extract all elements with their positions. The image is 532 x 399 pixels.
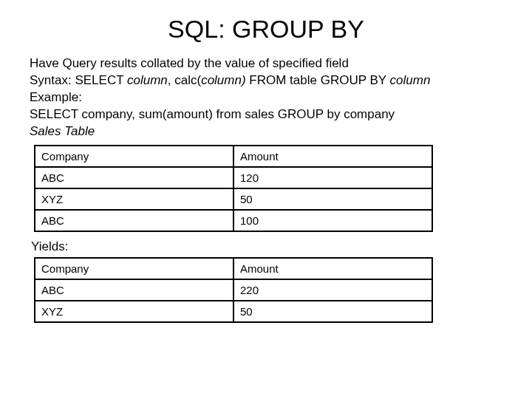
table-row: Company Amount: [35, 258, 432, 279]
syntax-mid-2: FROM table GROUP BY: [246, 73, 390, 87]
desc-line-4: SELECT company, sum(amount) from sales G…: [30, 106, 502, 123]
table-row: ABC 220: [35, 279, 432, 301]
table-cell: ABC: [35, 167, 233, 188]
table-row: Company Amount: [35, 146, 432, 167]
table-cell: XYZ: [35, 301, 233, 322]
syntax-mid-1: , calc(: [168, 73, 201, 87]
syntax-column-2: column): [201, 73, 245, 87]
desc-line-2: Syntax: SELECT column, calc(column) FROM…: [30, 72, 502, 89]
syntax-column-1: column: [127, 73, 168, 87]
table-row: ABC 100: [35, 210, 432, 231]
table-header-amount: Amount: [233, 258, 432, 279]
table-cell: ABC: [35, 279, 233, 301]
table-cell: 220: [233, 279, 432, 301]
sales-table: Company Amount ABC 120 XYZ 50 ABC 100: [34, 145, 433, 232]
yields-label: Yields:: [31, 239, 502, 254]
description-block: Have Query results collated by the value…: [30, 55, 502, 140]
syntax-column-3: column: [390, 73, 431, 87]
table-cell: XYZ: [35, 188, 233, 210]
table-header-company: Company: [35, 146, 233, 167]
table-cell: 50: [233, 188, 432, 210]
table-cell: ABC: [35, 210, 233, 231]
table-row: XYZ 50: [35, 301, 432, 322]
table-row: ABC 120: [35, 167, 432, 188]
table-cell: 50: [233, 301, 432, 322]
syntax-prefix: Syntax: SELECT: [30, 73, 127, 87]
page-title: SQL: GROUP BY: [30, 15, 502, 44]
table-row: XYZ 50: [35, 188, 432, 210]
yields-table: Company Amount ABC 220 XYZ 50: [34, 257, 433, 323]
desc-line-3: Example:: [30, 89, 502, 106]
desc-line-1: Have Query results collated by the value…: [30, 55, 502, 72]
table-header-amount: Amount: [233, 146, 432, 167]
table-header-company: Company: [35, 258, 233, 279]
table-cell: 100: [233, 210, 432, 231]
sales-table-label: Sales Table: [30, 123, 502, 140]
table-cell: 120: [233, 167, 432, 188]
